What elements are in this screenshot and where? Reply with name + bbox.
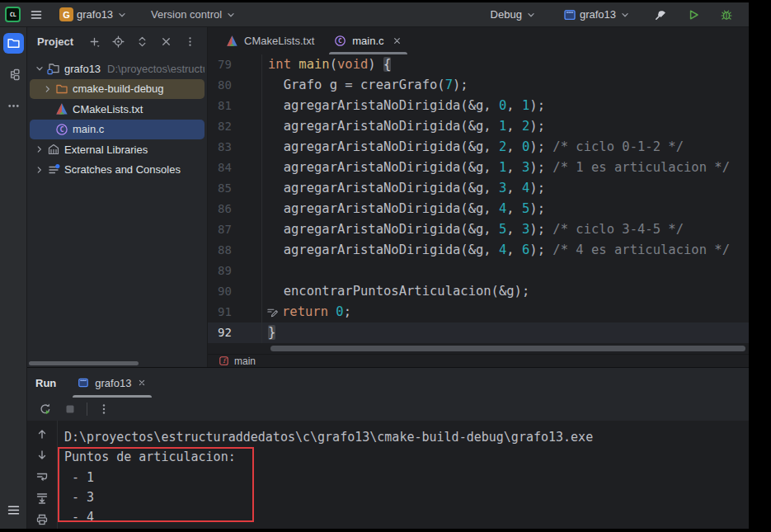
tree-item-CMakeLists.txt[interactable]: CMakeLists.txt: [30, 99, 205, 120]
project-panel-header: Project: [27, 27, 207, 55]
run-mode-selector[interactable]: Debug: [487, 6, 541, 23]
code-line-83[interactable]: 83 agregarAristaNoDirigida(&g, 2, 0); /*…: [208, 137, 749, 158]
kebab-icon: [184, 35, 196, 48]
code-line-79[interactable]: 79int main(void) {: [208, 54, 749, 75]
line-text: agregarAristaNoDirigida(&g, 4, 6); /* 4 …: [262, 240, 730, 261]
code-area[interactable]: 79int main(void) {80 Grafo g = crearGraf…: [208, 54, 749, 343]
console-output[interactable]: D:\proyectos\estructuraddedatos\c\grafo1…: [58, 421, 749, 529]
code-line-86[interactable]: 86 agregarAristaNoDirigida(&g, 4, 5);: [208, 199, 749, 219]
structure-tool-button[interactable]: [3, 64, 24, 85]
code-line-85[interactable]: 85 agregarAristaNoDirigida(&g, 3, 4);: [208, 178, 749, 199]
chevron-spacer: [41, 102, 54, 115]
expand-all-button[interactable]: [136, 35, 148, 48]
line-text: encontrarPuntosArticulacion(&g);: [262, 281, 529, 302]
line-number: 79: [208, 54, 262, 75]
code-line-80[interactable]: 80 Grafo g = crearGrafo(7);: [208, 75, 749, 96]
editor-tab-CMakeLists.txt[interactable]: CMakeLists.txt: [216, 27, 324, 54]
tree-item-cmake-build-debug[interactable]: cmake-build-debug: [30, 79, 205, 100]
run-tab-grafo13[interactable]: grafo13: [73, 368, 152, 398]
print-button[interactable]: [35, 512, 49, 526]
line-number: 85: [208, 178, 262, 199]
tree-item-label: main.c: [73, 123, 104, 135]
cmake-icon: [54, 102, 68, 116]
chevron-right-icon[interactable]: [33, 143, 46, 156]
project-widget[interactable]: G grafo13: [55, 5, 132, 24]
app-window-icon: [78, 377, 89, 388]
code-line-92[interactable]: 92}: [208, 322, 749, 343]
collapse-all-icon: [160, 35, 172, 48]
line-text: agregarAristaNoDirigida(&g, 4, 5);: [262, 199, 545, 219]
svg-text:f: f: [223, 357, 227, 365]
code-line-84[interactable]: 84 agregarAristaNoDirigida(&g, 1, 3); /*…: [208, 158, 749, 178]
run-tab-label: grafo13: [95, 377, 131, 389]
more-tools-button[interactable]: [3, 96, 24, 116]
console-options-button[interactable]: [96, 401, 112, 417]
stop-button[interactable]: [62, 401, 78, 417]
run-panel-title: Run: [35, 377, 56, 389]
collapse-all-button[interactable]: [160, 35, 172, 48]
stop-icon: [63, 403, 77, 416]
chevron-right-icon[interactable]: [41, 82, 54, 96]
code-line-89[interactable]: 89: [208, 261, 749, 281]
edit-lines-icon[interactable]: [266, 306, 282, 318]
build-button[interactable]: [650, 6, 671, 24]
code-line-82[interactable]: 82 agregarAristaNoDirigida(&g, 1, 2);: [208, 116, 749, 137]
line-text: return 0;: [262, 302, 351, 322]
line-number: 82: [208, 116, 262, 137]
bottom-menu-button[interactable]: [3, 500, 24, 520]
target-icon: [112, 35, 125, 48]
console-line: - 4: [64, 507, 749, 527]
console: D:\proyectos\estructuraddedatos\c\grafo1…: [27, 421, 749, 529]
tree-item-Scratches and Consoles[interactable]: Scratches and Consoles: [30, 160, 205, 181]
editor-tab-main.c[interactable]: Cmain.c: [324, 27, 411, 54]
line-text: agregarAristaNoDirigida(&g, 0, 1);: [262, 96, 545, 116]
tree-item-label: External Libraries: [64, 144, 148, 156]
hamburger-icon: [30, 8, 43, 21]
scroll-to-end-button[interactable]: [35, 491, 49, 505]
run-config-selector[interactable]: grafo13: [559, 6, 635, 24]
add-button[interactable]: [88, 35, 101, 48]
tree-item-External Libraries[interactable]: External Libraries: [30, 139, 205, 160]
chevron-spacer: [41, 123, 54, 136]
scroll-down-button[interactable]: [35, 448, 49, 462]
editor-hscroll-thumb[interactable]: [270, 346, 745, 351]
line-text: [262, 261, 268, 281]
panel-options-button[interactable]: [184, 35, 196, 48]
run-button[interactable]: [683, 6, 704, 24]
rerun-button[interactable]: [37, 401, 54, 417]
code-line-87[interactable]: 87 agregarAristaNoDirigida(&g, 5, 3); /*…: [208, 219, 749, 240]
main-menu-button[interactable]: [26, 6, 47, 24]
project-tree: grafo13D:\proyectos\estructucmake-build-…: [27, 55, 207, 180]
tree-item-grafo13[interactable]: grafo13D:\proyectos\estructu: [30, 59, 205, 79]
code-line-88[interactable]: 88 agregarAristaNoDirigida(&g, 4, 6); /*…: [208, 240, 749, 261]
locate-file-button[interactable]: [112, 35, 125, 48]
close-icon[interactable]: [392, 35, 402, 46]
project-horizontal-scrollbar[interactable]: [29, 361, 139, 365]
chevron-down-icon[interactable]: [33, 62, 46, 75]
soft-wrap-button[interactable]: [35, 469, 49, 483]
tab-label: CMakeLists.txt: [244, 35, 314, 47]
code-line-91[interactable]: 91return 0;: [208, 302, 749, 322]
c-file-icon: C: [54, 122, 68, 136]
chevron-down-icon: [225, 9, 237, 21]
console-line: Puntos de articulacion:: [64, 447, 749, 467]
chevron-down-icon: [619, 9, 631, 21]
c-file-icon: C: [334, 35, 346, 47]
code-line-81[interactable]: 81 agregarAristaNoDirigida(&g, 0, 1);: [208, 96, 749, 116]
debug-button[interactable]: [716, 6, 737, 24]
close-icon[interactable]: [137, 378, 147, 388]
project-tool-button[interactable]: [3, 33, 24, 54]
tree-item-main.c[interactable]: Cmain.c: [30, 120, 205, 140]
chevron-right-icon[interactable]: [33, 163, 46, 177]
tool-stripe: [0, 27, 27, 529]
hammer-icon: [654, 8, 667, 21]
breadcrumb-function-label[interactable]: main: [234, 355, 256, 367]
version-control-widget[interactable]: Version control: [147, 6, 241, 23]
editor-tabbar: CMakeLists.txtCmain.c: [208, 27, 749, 54]
line-number: 90: [208, 281, 262, 302]
project-badge: G: [59, 7, 73, 21]
code-line-90[interactable]: 90 encontrarPuntosArticulacion(&g);: [208, 281, 749, 302]
scroll-up-button[interactable]: [35, 426, 49, 440]
version-control-label: Version control: [151, 8, 222, 21]
run-toolbar: [27, 398, 749, 421]
